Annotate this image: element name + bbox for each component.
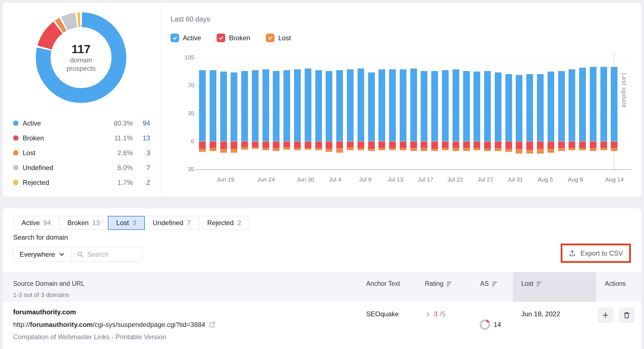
bar-17[interactable] [368, 57, 375, 169]
table-header: Source Domain and URL 1-3 out of 3 domai… [3, 272, 641, 302]
bar-5[interactable] [241, 57, 248, 169]
tab-count: 13 [92, 219, 100, 227]
bar-34[interactable] [548, 57, 554, 169]
bar-segment-lost [347, 147, 354, 150]
bar-13[interactable] [326, 57, 332, 169]
filter-checkbox-broken[interactable]: Broken [217, 34, 250, 42]
bar-19[interactable] [389, 57, 396, 169]
bar-14[interactable] [336, 57, 343, 169]
delete-button[interactable] [619, 307, 634, 323]
x-axis-tick-label: Aug 5 [538, 176, 553, 183]
bar-30[interactable] [505, 57, 512, 169]
bar-6[interactable] [252, 57, 259, 169]
bar-segment-active [336, 70, 343, 141]
sort-icon-lost[interactable] [537, 281, 541, 287]
bar-10[interactable] [294, 57, 301, 169]
bar-37[interactable] [579, 57, 586, 169]
tab-undefined[interactable]: Undefined7 [145, 216, 199, 230]
bar-segment-lost [262, 148, 269, 150]
bar-segment-lost [305, 148, 311, 150]
bar-11[interactable] [305, 57, 311, 169]
bar-12[interactable] [315, 57, 322, 169]
bar-21[interactable] [410, 57, 417, 169]
bar-39[interactable] [600, 57, 607, 169]
bar-29[interactable] [495, 57, 501, 169]
bar-24[interactable] [442, 57, 449, 169]
sort-icon-as[interactable] [492, 281, 497, 287]
legend-count-link[interactable]: 13 [133, 134, 150, 142]
source-domain-cell: forumauthority.com http://forumauthority… [3, 302, 358, 341]
bar-36[interactable] [569, 57, 575, 169]
bar-4[interactable] [231, 57, 237, 169]
tab-rejected[interactable]: Rejected2 [199, 216, 249, 230]
bars-container [199, 57, 618, 169]
bar-1[interactable] [199, 57, 206, 169]
search-icon [77, 251, 84, 258]
bar-9[interactable] [283, 57, 290, 169]
bar-31[interactable] [516, 57, 522, 169]
bar-28[interactable] [484, 57, 491, 169]
legend-label: Lost [23, 149, 102, 157]
legend-count-link[interactable]: 94 [133, 119, 150, 127]
tab-count: 94 [43, 219, 51, 227]
bar-segment-lost [357, 148, 364, 150]
last-update-label: Last update [621, 73, 628, 168]
bar-22[interactable] [421, 57, 427, 169]
legend-item-undefined: Undefined6.0%7 [13, 160, 150, 175]
legend-count-link[interactable]: 3 [133, 149, 150, 157]
bar-segment-broken [283, 142, 290, 147]
legend-count-link[interactable]: 2 [133, 179, 150, 187]
legend-label: Undefined [23, 164, 102, 172]
x-axis-tick-label: Jul 27 [478, 176, 493, 183]
bar-18[interactable] [378, 57, 385, 169]
bar-segment-lost [210, 148, 216, 151]
bar-segment-broken [378, 142, 385, 148]
export-to-csv-button[interactable]: Export to CSV [563, 246, 629, 261]
external-link-icon[interactable] [209, 321, 216, 328]
authority-score-gauge-icon [480, 319, 490, 330]
filter-checkbox-active[interactable]: Active [171, 34, 201, 42]
bar-15[interactable] [347, 57, 354, 169]
sort-icon-rating[interactable] [447, 281, 451, 287]
search-scope-value: Everywhere [20, 251, 55, 258]
bar-segment-broken [579, 142, 586, 148]
bar-7[interactable] [262, 57, 269, 169]
tab-broken[interactable]: Broken13 [59, 216, 108, 230]
checkbox-icon [266, 34, 274, 42]
legend-count-link[interactable]: 7 [133, 164, 150, 172]
bar-segment-broken [484, 142, 491, 149]
search-input[interactable] [87, 251, 135, 258]
bar-32[interactable] [526, 57, 533, 169]
trend-panel: Last 60 days ActiveBrokenLost 1057035035… [160, 3, 641, 197]
donut-total-label-2: prospects [67, 64, 96, 73]
bar-segment-active [431, 71, 438, 141]
bar-3[interactable] [220, 57, 227, 169]
source-domain-name[interactable]: forumauthority.com [13, 308, 358, 316]
bar-26[interactable] [463, 57, 470, 169]
bar-23[interactable] [431, 57, 438, 169]
bar-segment-lost [579, 148, 586, 150]
bar-segment-active [558, 71, 565, 141]
bar-2[interactable] [210, 57, 216, 169]
bar-40[interactable] [611, 57, 617, 169]
bar-25[interactable] [453, 57, 459, 169]
bar-16[interactable] [357, 57, 364, 169]
bar-segment-lost [558, 148, 565, 151]
bar-33[interactable] [537, 57, 544, 169]
bar-20[interactable] [400, 57, 406, 169]
add-to-list-button[interactable] [598, 307, 613, 323]
bar-segment-lost [611, 148, 617, 151]
bar-35[interactable] [558, 57, 565, 169]
search-scope-dropdown[interactable]: Everywhere [13, 247, 71, 261]
domain-prospects-donut-chart[interactable]: 117 domain prospects [36, 12, 126, 103]
donut-center: 117 domain prospects [51, 27, 112, 88]
tab-active[interactable]: Active94 [13, 216, 59, 230]
bar-38[interactable] [590, 57, 596, 169]
bar-27[interactable] [473, 57, 480, 169]
source-page-title: Compilation of Webmaster Links - Printab… [13, 333, 358, 341]
bar-segment-broken [305, 142, 311, 148]
filter-checkbox-lost[interactable]: Lost [266, 34, 291, 42]
tab-lost[interactable]: Lost3 [108, 216, 145, 230]
bar-8[interactable] [273, 57, 280, 169]
chevron-right-icon[interactable] [424, 311, 432, 318]
